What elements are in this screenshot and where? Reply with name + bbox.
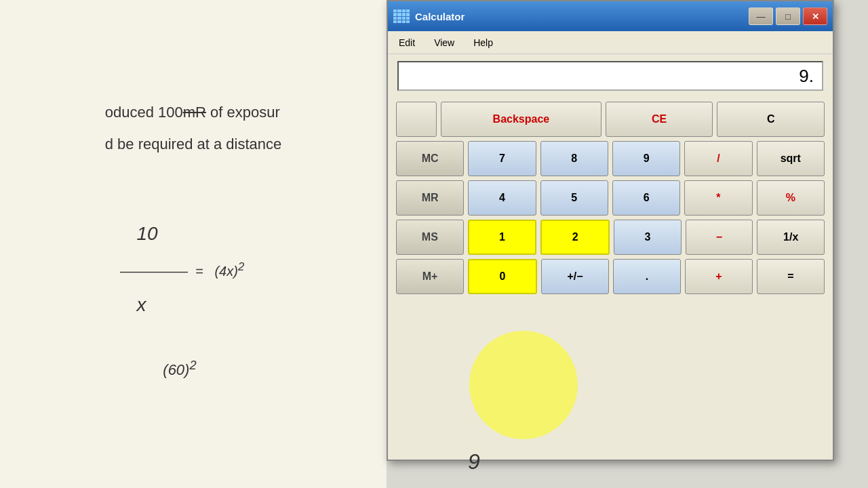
menu-edit[interactable]: Edit xyxy=(395,36,419,49)
one-button[interactable]: 1 xyxy=(468,220,537,255)
display-value: 9. xyxy=(799,66,814,87)
restore-button[interactable]: □ xyxy=(776,7,800,25)
blank-button[interactable] xyxy=(396,102,437,137)
eight-button[interactable]: 8 xyxy=(540,141,608,176)
window-controls: — □ ✕ xyxy=(749,7,827,25)
subtract-button[interactable]: − xyxy=(686,220,753,255)
menu-bar: Edit View Help xyxy=(388,31,833,54)
ce-button[interactable]: CE xyxy=(606,102,713,137)
decimal-button[interactable]: . xyxy=(613,259,681,294)
seven-button[interactable]: 7 xyxy=(468,141,536,176)
two-button[interactable]: 2 xyxy=(540,220,610,255)
six-button[interactable]: 6 xyxy=(612,180,680,216)
close-button[interactable]: ✕ xyxy=(803,7,827,25)
five-button[interactable]: 5 xyxy=(540,180,608,216)
zero-button[interactable]: 0 xyxy=(468,259,537,294)
minimize-button[interactable]: — xyxy=(749,7,773,25)
menu-view[interactable]: View xyxy=(430,36,458,49)
notes-line-1: oduced 100mR of exposur xyxy=(105,99,282,126)
notes-math-1: 10 xyxy=(105,217,282,251)
plusminus-button[interactable]: +/− xyxy=(541,259,609,294)
mplus-button[interactable]: M+ xyxy=(396,259,464,294)
highlight-overlay xyxy=(469,331,578,439)
title-bar: Calculator — □ ✕ xyxy=(388,1,833,31)
notes-math-2: ————— = (4x)2 xyxy=(105,257,282,283)
divide-button[interactable]: / xyxy=(684,141,752,176)
button-row-4: M+ 0 +/− . + = xyxy=(396,259,825,294)
backspace-button[interactable]: Backspace xyxy=(441,102,601,137)
mr-button[interactable]: MR xyxy=(396,180,464,216)
equals-button[interactable]: = xyxy=(757,259,825,294)
reciprocal-button[interactable]: 1/x xyxy=(757,220,825,255)
bottom-note: 9 xyxy=(468,449,480,474)
percent-button[interactable]: % xyxy=(757,180,825,216)
three-button[interactable]: 3 xyxy=(614,220,682,255)
button-area: Backspace CE C MC 7 8 9 / sqrt MR 4 5 6 … xyxy=(388,96,833,300)
nine-button[interactable]: 9 xyxy=(612,141,680,176)
background-notes: oduced 100mR of exposur d be required at… xyxy=(0,0,387,488)
sqrt-button[interactable]: sqrt xyxy=(757,141,825,176)
add-button[interactable]: + xyxy=(685,259,753,294)
notes-math-4: (60)2 xyxy=(105,354,282,384)
notes-line-2: d be required at a distance xyxy=(105,131,282,158)
button-row-0: Backspace CE C xyxy=(396,102,825,137)
notes-math-3: x xyxy=(105,288,282,322)
multiply-button[interactable]: * xyxy=(684,180,752,216)
four-button[interactable]: 4 xyxy=(468,180,536,216)
ms-button[interactable]: MS xyxy=(396,220,464,255)
button-row-3: MS 1 2 3 − 1/x xyxy=(396,220,825,255)
button-row-1: MC 7 8 9 / sqrt xyxy=(396,141,825,176)
menu-help[interactable]: Help xyxy=(469,36,497,49)
calculator-display: 9. xyxy=(397,61,823,91)
button-row-2: MR 4 5 6 * % xyxy=(396,180,825,216)
window-title: Calculator xyxy=(415,11,749,22)
calculator-window: Calculator — □ ✕ Edit View Help 9. Backs… xyxy=(387,0,834,461)
c-button[interactable]: C xyxy=(717,102,825,137)
mc-button[interactable]: MC xyxy=(396,141,464,176)
calculator-icon xyxy=(393,9,410,23)
